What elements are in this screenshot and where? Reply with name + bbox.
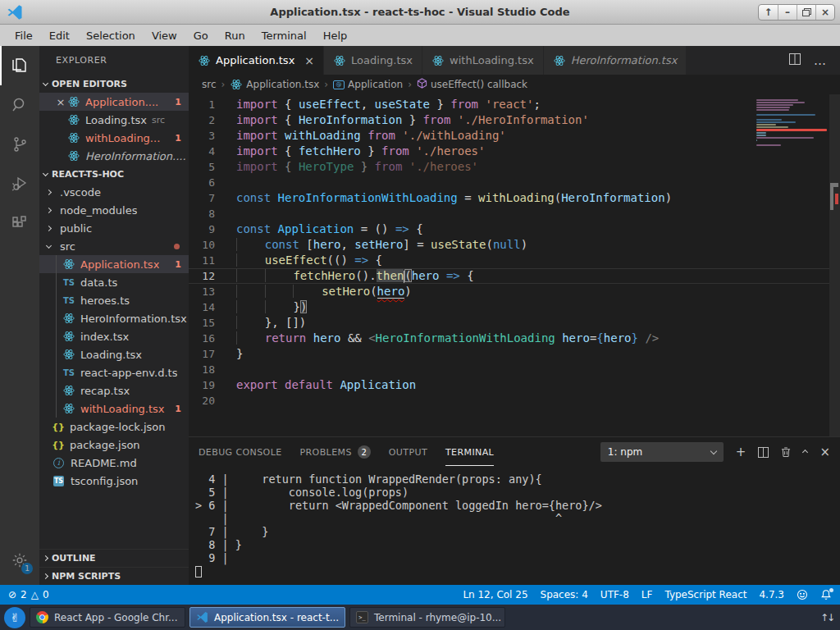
code-line-16[interactable]: 16 return hero && <HeroInformationWithLo… bbox=[189, 331, 840, 346]
close-window-icon[interactable]: × bbox=[815, 5, 834, 20]
taskbar-window-vscode[interactable]: Application.tsx - react-t... bbox=[189, 607, 345, 628]
code-line-10[interactable]: 10 const [hero, setHero] = useState(null… bbox=[189, 237, 840, 253]
code-line-5[interactable]: 5import { HeroType } from './heroes' bbox=[189, 159, 840, 175]
menu-item-go[interactable]: Go bbox=[185, 30, 217, 42]
close-icon[interactable]: × bbox=[54, 96, 67, 108]
close-panel-icon[interactable]: × bbox=[819, 445, 830, 459]
taskbar-window-terminal[interactable]: >_Terminal - rhyme@ip-10... bbox=[349, 607, 505, 628]
code-line-15[interactable]: 15 }, []) bbox=[189, 315, 840, 331]
code-editor[interactable]: 1import { useEffect, useState } from 're… bbox=[189, 94, 840, 436]
breadcrumb[interactable]: src›Application.tsx›@Application›useEffe… bbox=[189, 75, 840, 94]
code-line-3[interactable]: 3import withLoading from './withLoading' bbox=[189, 128, 840, 144]
open-editor-item[interactable]: Loading.tsxsrc bbox=[39, 111, 189, 129]
tree-item[interactable]: HeroInformation.tsx bbox=[39, 309, 189, 327]
app-launcher-icon[interactable]: ✌ bbox=[4, 607, 25, 628]
code-line-14[interactable]: 14 }) bbox=[189, 299, 840, 315]
tree-item[interactable]: {}package.json bbox=[39, 436, 189, 454]
tree-item[interactable]: withLoading.tsx1 bbox=[39, 399, 189, 418]
code-line-19[interactable]: 19export default Application bbox=[189, 377, 840, 393]
panel-tab-debug-console[interactable]: DEBUG CONSOLE bbox=[199, 437, 282, 467]
code-line-11[interactable]: 11 useEffect(() => { bbox=[189, 253, 840, 268]
code-line-9[interactable]: 9const Application = () => { bbox=[189, 221, 840, 237]
tree-item[interactable]: {}package-lock.json bbox=[39, 418, 189, 436]
status-eol[interactable]: LF bbox=[641, 589, 653, 600]
code-line-6[interactable]: 6 bbox=[189, 175, 840, 190]
tree-item[interactable]: Application.tsx1 bbox=[39, 255, 189, 273]
menu-item-view[interactable]: View bbox=[144, 30, 185, 42]
code-line-13[interactable]: 13 setHero(hero) bbox=[189, 284, 840, 299]
run-debug-icon[interactable] bbox=[0, 164, 39, 203]
code-line-12[interactable]: 12 fetchHero().then(hero => { bbox=[189, 268, 840, 284]
code-line-1[interactable]: 1import { useEffect, useState } from 're… bbox=[189, 97, 840, 112]
feedback-icon[interactable] bbox=[797, 589, 808, 600]
source-control-icon[interactable] bbox=[0, 125, 39, 164]
tree-item[interactable]: Loading.tsx bbox=[39, 345, 189, 363]
tree-item[interactable]: index.tsx bbox=[39, 327, 189, 345]
shade-window-icon[interactable]: ↑ bbox=[759, 5, 778, 20]
menu-item-help[interactable]: Help bbox=[315, 30, 356, 42]
tab-withloading.tsx[interactable]: withLoading.tsx bbox=[422, 46, 544, 75]
breadcrumb-item[interactable]: src bbox=[202, 79, 217, 90]
menu-item-run[interactable]: Run bbox=[217, 30, 253, 42]
new-terminal-icon[interactable]: + bbox=[736, 445, 746, 459]
tree-item[interactable]: recap.tsx bbox=[39, 381, 189, 399]
project-root-header[interactable]: REACT-TS-HOC bbox=[39, 165, 189, 183]
tree-folder-.vscode[interactable]: .vscode bbox=[39, 183, 189, 201]
maximize-panel-icon[interactable] bbox=[803, 450, 807, 454]
panel-tab-output[interactable]: OUTPUT bbox=[389, 437, 427, 467]
sidebar-section-outline[interactable]: OUTLINE bbox=[39, 549, 189, 567]
code-line-7[interactable]: 7const HeroInformationWithLoading = with… bbox=[189, 190, 840, 206]
breadcrumb-item[interactable]: @Application bbox=[333, 79, 403, 90]
panel-tab-terminal[interactable]: TERMINAL bbox=[445, 437, 494, 467]
tree-item[interactable]: TSdata.ts bbox=[39, 273, 189, 291]
tree-folder-public[interactable]: public bbox=[39, 219, 189, 237]
code-line-8[interactable]: 8 bbox=[189, 206, 840, 221]
open-editor-item[interactable]: ×Application....1 bbox=[39, 93, 189, 111]
split-terminal-icon[interactable] bbox=[758, 447, 769, 458]
status-indentation[interactable]: Spaces: 4 bbox=[541, 589, 588, 600]
sidebar-section-npm-scripts[interactable]: NPM SCRIPTS bbox=[39, 567, 189, 585]
tree-item[interactable]: TSheroes.ts bbox=[39, 291, 189, 309]
terminal[interactable]: 4 | return function WrappedRender(props:… bbox=[189, 467, 840, 585]
menu-item-terminal[interactable]: Terminal bbox=[253, 30, 315, 42]
problems-status[interactable]: ⊘ 2 △ 0 bbox=[8, 589, 49, 600]
split-editor-icon[interactable] bbox=[789, 52, 801, 68]
status-language-mode[interactable]: TypeScript React bbox=[664, 589, 746, 600]
code-line-2[interactable]: 2import { HeroInformation } from './Hero… bbox=[189, 112, 840, 128]
tab-loading.tsx[interactable]: Loading.tsx bbox=[324, 46, 422, 75]
tree-item[interactable]: iREADME.md bbox=[39, 454, 189, 472]
network-activity-icon[interactable]: ↑↓ bbox=[820, 612, 838, 623]
panel-tab-problems[interactable]: PROBLEMS2 bbox=[300, 437, 371, 467]
restore-window-icon[interactable] bbox=[797, 5, 815, 20]
code-line-4[interactable]: 4import { fetchHero } from './heroes' bbox=[189, 144, 840, 159]
taskbar-window-chrome[interactable]: React App - Google Chr... bbox=[30, 607, 185, 628]
explorer-icon[interactable] bbox=[0, 46, 39, 85]
close-icon[interactable]: × bbox=[304, 54, 314, 67]
open-editors-header[interactable]: OPEN EDITORS bbox=[39, 75, 189, 93]
tab-heroinformation.tsx[interactable]: HeroInformation.tsx bbox=[544, 46, 687, 75]
overview-ruler[interactable] bbox=[829, 94, 840, 436]
titlebar[interactable]: Application.tsx - react-ts-hoc - Visual … bbox=[0, 0, 840, 25]
extensions-icon[interactable] bbox=[0, 203, 39, 243]
notifications-bell-icon[interactable] bbox=[820, 589, 832, 600]
tab-application.tsx[interactable]: Application.tsx× bbox=[189, 46, 324, 75]
menu-item-file[interactable]: File bbox=[7, 30, 41, 42]
breadcrumb-item[interactable]: useEffect() callback bbox=[417, 78, 527, 91]
search-icon[interactable] bbox=[0, 85, 39, 125]
breadcrumb-item[interactable]: Application.tsx bbox=[230, 79, 319, 90]
menu-item-edit[interactable]: Edit bbox=[41, 30, 78, 42]
terminal-select[interactable]: 1: npm bbox=[600, 442, 724, 462]
open-editor-item[interactable]: withLoading...1 bbox=[39, 129, 189, 147]
open-editor-item[interactable]: HeroInformation.... bbox=[39, 147, 189, 165]
status-ts-version[interactable]: 4.7.3 bbox=[759, 589, 784, 600]
tree-folder-src[interactable]: src bbox=[39, 237, 189, 255]
status-cursor-position[interactable]: Ln 12, Col 25 bbox=[463, 589, 527, 600]
minimap[interactable] bbox=[756, 99, 827, 149]
status-encoding[interactable]: UTF-8 bbox=[600, 589, 629, 600]
menu-item-selection[interactable]: Selection bbox=[78, 30, 144, 42]
code-line-20[interactable]: 20 bbox=[189, 393, 840, 409]
minimize-window-icon[interactable]: – bbox=[778, 5, 797, 20]
tree-folder-node_modules[interactable]: node_modules bbox=[39, 201, 189, 219]
tree-item[interactable]: TStsconfig.json bbox=[39, 472, 189, 490]
more-actions-icon[interactable]: … bbox=[814, 53, 827, 68]
